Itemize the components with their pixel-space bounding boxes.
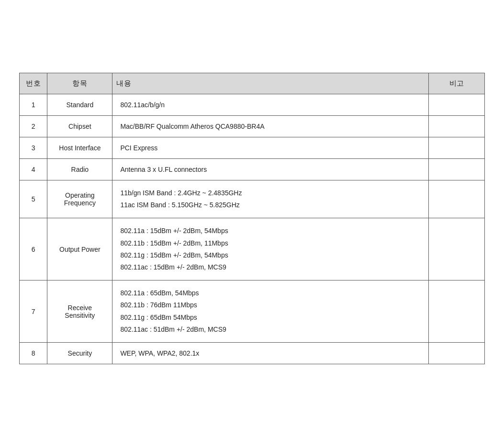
cell-content: 11b/gn ISM Band : 2.4GHz ~ 2.4835GHz 11a… <box>112 180 429 218</box>
cell-content: PCI Express <box>112 137 429 159</box>
cell-content: WEP, WPA, WPA2, 802.1x <box>112 342 429 364</box>
table-row: 1 Standard 802.11ac/b/g/n <box>20 94 485 116</box>
cell-note <box>429 116 485 137</box>
content-line4: 802.11ac : 51dBm +/- 2dBm, MCS9 <box>120 324 421 336</box>
cell-num: 4 <box>20 159 47 180</box>
table-row: 5 Operating Frequency 11b/gn ISM Band : … <box>20 180 485 218</box>
table-row: 2 Chipset Mac/BB/RF Qualcomm Atheros QCA… <box>20 116 485 137</box>
item-line2: Sensitivity <box>65 312 95 319</box>
cell-content: Mac/BB/RF Qualcomm Atheros QCA9880-BR4A <box>112 116 429 137</box>
header-note: 비고 <box>429 73 485 94</box>
content-line2: 802.11b : 76dBm 11Mbps <box>120 299 421 311</box>
content-line2: 11ac ISM Band : 5.150GHz ~ 5.825GHz <box>120 199 421 211</box>
content-line4: 802.11ac : 15dBm +/- 2dBm, MCS9 <box>120 261 421 273</box>
cell-item: Radio <box>47 159 112 180</box>
cell-note <box>429 180 485 218</box>
header-content: 내용 <box>112 73 429 94</box>
content-line1: 11b/gn ISM Band : 2.4GHz ~ 2.4835GHz <box>120 187 421 199</box>
table-row: 4 Radio Antenna 3 x U.FL connectors <box>20 159 485 180</box>
cell-note <box>429 218 485 280</box>
spec-table: 번호 항목 내용 비고 1 Standard 802.11ac/b/g/n 2 … <box>19 73 485 364</box>
cell-item: Chipset <box>47 116 112 137</box>
table-row: 8 Security WEP, WPA, WPA2, 802.1x <box>20 342 485 364</box>
cell-item: Security <box>47 342 112 364</box>
cell-item: Output Power <box>47 218 112 280</box>
content-line1: 802.11a : 65dBm, 54Mbps <box>120 287 421 299</box>
content-line3: 802.11g : 15dBm +/- 2dBm, 54Mbps <box>120 249 421 261</box>
table-row: 3 Host Interface PCI Express <box>20 137 485 159</box>
cell-item: Host Interface <box>47 137 112 159</box>
content-line2: 802.11b : 15dBm +/- 2dBm, 11Mbps <box>120 237 421 249</box>
cell-item: Operating Frequency <box>47 180 112 218</box>
item-line1: Operating <box>65 191 94 199</box>
cell-note <box>429 280 485 343</box>
cell-content: 802.11a : 15dBm +/- 2dBm, 54Mbps 802.11b… <box>112 218 429 280</box>
item-line2: Frequency <box>64 199 96 207</box>
table-row: 6 Output Power 802.11a : 15dBm +/- 2dBm,… <box>20 218 485 280</box>
header-num: 번호 <box>20 73 47 94</box>
table-header-row: 번호 항목 내용 비고 <box>20 73 485 94</box>
cell-note <box>429 94 485 116</box>
cell-num: 2 <box>20 116 47 137</box>
cell-note <box>429 159 485 180</box>
content-line3: 802.11g : 65dBm 54Mbps <box>120 312 421 324</box>
cell-note <box>429 137 485 159</box>
table-row: 7 Receive Sensitivity 802.11a : 65dBm, 5… <box>20 280 485 343</box>
cell-num: 5 <box>20 180 47 218</box>
cell-num: 6 <box>20 218 47 280</box>
cell-content: 802.11a : 65dBm, 54Mbps 802.11b : 76dBm … <box>112 280 429 343</box>
cell-num: 7 <box>20 280 47 343</box>
cell-num: 3 <box>20 137 47 159</box>
item-line1: Receive <box>68 304 92 312</box>
cell-item: Standard <box>47 94 112 116</box>
cell-item: Receive Sensitivity <box>47 280 112 343</box>
cell-content: Antenna 3 x U.FL connectors <box>112 159 429 180</box>
cell-num: 8 <box>20 342 47 364</box>
spec-table-wrapper: 번호 항목 내용 비고 1 Standard 802.11ac/b/g/n 2 … <box>19 73 485 364</box>
header-item: 항목 <box>47 73 112 94</box>
cell-note <box>429 342 485 364</box>
cell-num: 1 <box>20 94 47 116</box>
content-line1: 802.11a : 15dBm +/- 2dBm, 54Mbps <box>120 225 421 237</box>
cell-content: 802.11ac/b/g/n <box>112 94 429 116</box>
